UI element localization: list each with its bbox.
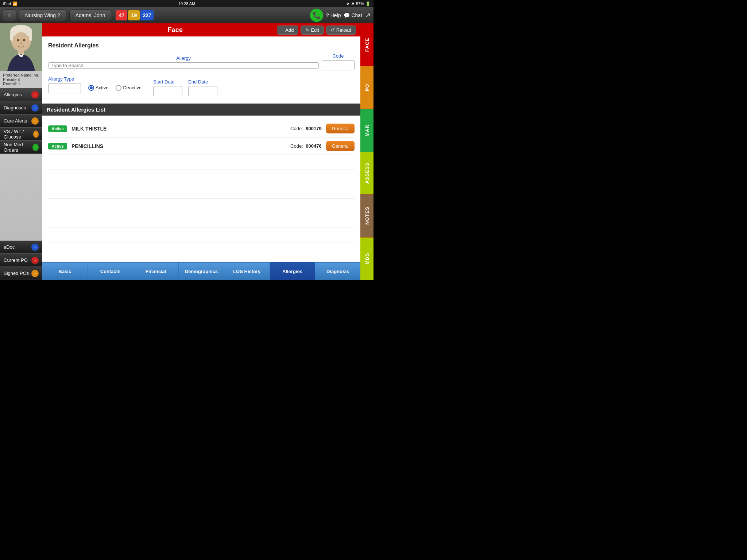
- badge-yellow[interactable]: 19: [128, 10, 140, 20]
- right-tab-notes[interactable]: NOTES: [360, 194, 374, 237]
- edit-button[interactable]: ✎ Edit: [301, 26, 324, 35]
- sidebar-item-diagnoses[interactable]: Diagnoses ›: [0, 101, 42, 114]
- sidebar-label-current-po: Current PO: [4, 257, 28, 263]
- badge-group: 47 19 227: [116, 10, 153, 20]
- tab-basic[interactable]: Basic: [42, 262, 88, 280]
- bottom-tabs: Basic Contacts Financial Demographics LO…: [42, 262, 360, 280]
- reload-label: Reload: [336, 27, 351, 33]
- general-button-1[interactable]: General: [326, 141, 355, 151]
- sidebar-item-allergies[interactable]: Allergies ›: [0, 88, 42, 101]
- allergy-code-label-1: Code: 000476: [290, 143, 322, 149]
- wing-button[interactable]: Nursing Wing 2: [19, 9, 66, 21]
- share-button[interactable]: ↗: [365, 11, 371, 19]
- reload-button[interactable]: ↺ Reload: [326, 26, 356, 35]
- allergy-details-row: Allergy Type Active Deactive: [48, 73, 355, 96]
- right-tab-mds[interactable]: MDS: [360, 237, 374, 280]
- right-tab-assess[interactable]: ASSESS: [360, 152, 374, 194]
- empty-row: [48, 155, 355, 170]
- empty-row: [48, 184, 355, 199]
- face-title: Face: [76, 26, 275, 34]
- svg-rect-4: [29, 30, 32, 41]
- svg-point-6: [17, 39, 19, 41]
- badge-red[interactable]: 47: [116, 10, 127, 20]
- edit-icon: ✎: [305, 27, 309, 33]
- patient-photo: [0, 23, 42, 71]
- active-label: Active: [96, 85, 108, 90]
- edit-label: Edit: [311, 27, 319, 33]
- start-date-label: Start Date: [153, 79, 182, 85]
- battery-label: 57%: [356, 1, 364, 6]
- status-left: iPad 📶: [3, 1, 18, 6]
- allergy-name-1: PENICILLINS: [71, 143, 286, 149]
- face-header: Face + Add ✎ Edit ↺ Reload: [42, 23, 360, 36]
- add-label: + Add: [282, 27, 294, 33]
- empty-row: [48, 228, 355, 242]
- sidebar-item-non-med-orders[interactable]: Non Med Orders ›: [0, 141, 42, 154]
- home-button[interactable]: ⌂: [3, 9, 16, 21]
- tab-los-history[interactable]: LOS History: [224, 262, 270, 280]
- patient-button[interactable]: Adams, John: [69, 9, 112, 21]
- help-button[interactable]: ? Help: [326, 12, 341, 18]
- sidebar-item-edoc[interactable]: eDoc ›: [0, 241, 42, 254]
- sidebar-item-current-po[interactable]: Current PO ›: [0, 254, 42, 267]
- allergy-list-header: Resident Allergies List: [42, 104, 360, 116]
- general-button-0[interactable]: General: [326, 124, 355, 133]
- location-icon: ➤: [347, 1, 350, 6]
- allergy-search-input[interactable]: [48, 62, 319, 69]
- sidebar-arrow-current-po: ›: [31, 257, 39, 264]
- svg-rect-3: [10, 30, 13, 41]
- active-badge-1: Active: [48, 143, 67, 149]
- allergy-row: Active MILK THISTLE Code: 900179 General: [48, 120, 355, 137]
- tab-financial[interactable]: Financial: [133, 262, 179, 280]
- sidebar-arrow-allergies: ›: [31, 91, 39, 98]
- sidebar-arrow-edoc: ›: [31, 244, 39, 251]
- sidebar-bottom: eDoc › Current PO › Signed POs ›: [0, 241, 42, 280]
- tab-contacts[interactable]: Contacts: [88, 262, 133, 280]
- right-tabs: FACE PO MAR ASSESS NOTES MDS: [360, 23, 374, 280]
- sidebar-item-care-alerts[interactable]: Care Alerts ›: [0, 114, 42, 128]
- right-tab-face[interactable]: FACE: [360, 23, 374, 66]
- reload-icon: ↺: [331, 27, 335, 33]
- code-input[interactable]: [322, 60, 355, 70]
- badge-blue[interactable]: 227: [140, 10, 153, 20]
- allergy-list: Active MILK THISTLE Code: 900179 General…: [48, 120, 355, 242]
- room-number: Room#: 1: [3, 82, 39, 86]
- tab-diagnosis[interactable]: Diagnosis: [315, 262, 360, 280]
- sidebar-arrow-care-alerts: ›: [31, 117, 39, 125]
- deactive-radio[interactable]: Deactive: [116, 85, 142, 91]
- sidebar-label-edoc: eDoc: [4, 244, 15, 250]
- start-date-input[interactable]: [153, 86, 182, 96]
- allergy-code-label-0: Code: 900179: [290, 126, 322, 131]
- add-button[interactable]: + Add: [277, 26, 299, 35]
- phone-button[interactable]: 📞: [310, 9, 323, 22]
- active-radio[interactable]: Active: [88, 85, 108, 91]
- right-tab-po[interactable]: PO: [360, 66, 374, 109]
- status-time: 10:28 AM: [178, 1, 195, 6]
- tab-allergies[interactable]: Allergies: [270, 262, 316, 280]
- wifi-icon: 📶: [12, 1, 18, 6]
- right-tab-mar[interactable]: MAR: [360, 109, 374, 152]
- allergy-form: Resident Allergies Allergy Code Alle: [48, 42, 355, 96]
- end-date-label: End Date: [188, 79, 217, 85]
- left-sidebar: Preferred Name: Mr. President Room#: 1 A…: [0, 23, 42, 280]
- help-label: ? Help: [326, 12, 341, 18]
- tab-demographics[interactable]: Demographics: [179, 262, 224, 280]
- sidebar-item-signed-pos[interactable]: Signed POs ›: [0, 267, 42, 280]
- end-date-input[interactable]: [188, 86, 217, 96]
- deactive-radio-btn[interactable]: [116, 85, 121, 91]
- sidebar-item-vs-wt-glucose[interactable]: VS / WT / Glucose ›: [0, 128, 42, 141]
- patient-info: Preferred Name: Mr. President Room#: 1: [0, 71, 42, 88]
- allergy-type-input[interactable]: [48, 83, 81, 93]
- sidebar-label-non-med: Non Med Orders: [4, 142, 32, 153]
- top-nav: ⌂ Nursing Wing 2 Adams, John 47 19 227 📞…: [0, 7, 374, 23]
- main-content: Face + Add ✎ Edit ↺ Reload Resident Alle…: [42, 23, 360, 280]
- chat-button[interactable]: 💬 Chat: [344, 12, 362, 18]
- allergy-type-label: Allergy Type: [48, 76, 81, 82]
- allergy-code-row: Allergy Code: [48, 53, 355, 70]
- device-label: iPad: [3, 1, 11, 6]
- active-radio-btn[interactable]: [88, 85, 94, 91]
- empty-row: [48, 199, 355, 213]
- sidebar-label-vs: VS / WT / Glucose: [4, 129, 33, 140]
- status-radio-group: Active Deactive: [88, 85, 142, 91]
- chat-label: Chat: [351, 12, 362, 18]
